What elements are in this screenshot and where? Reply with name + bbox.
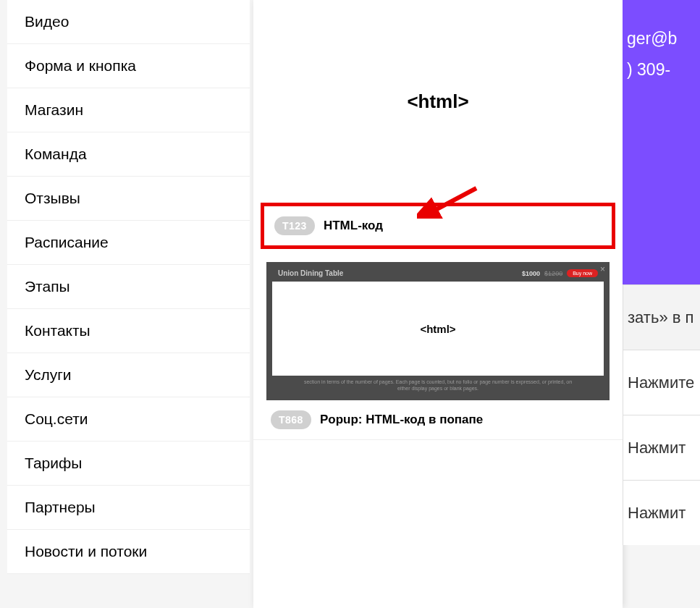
sidebar-item-news[interactable]: Новости и потоки — [7, 530, 250, 574]
page-cells-right: зать» в п Нажмите Нажмит Нажмит — [623, 284, 700, 545]
sidebar-item-partners[interactable]: Партнеры — [7, 486, 250, 530]
buy-button[interactable]: Buy now — [567, 269, 598, 277]
block-preview-popup[interactable]: × Union Dining Table $1000 $1200 Buy now… — [266, 262, 610, 400]
header-email-fragment: ger@b — [627, 29, 696, 48]
sidebar-item-form[interactable]: Форма и кнопка — [7, 44, 250, 88]
close-icon[interactable]: × — [600, 264, 605, 274]
sidebar-item-team[interactable]: Команда — [7, 132, 250, 177]
block-item-t868[interactable]: T868 Popup: HTML-код в попапе — [253, 400, 623, 440]
page-background-right: ger@b ) 309- — [623, 0, 700, 284]
block-badge: T123 — [274, 216, 315, 235]
block-title: Popup: HTML-код в попапе — [320, 413, 483, 427]
sidebar-item-pricing[interactable]: Тарифы — [7, 442, 250, 486]
sidebar: Видео Форма и кнопка Магазин Команда Отз… — [7, 0, 250, 574]
page-cell[interactable]: Нажмит — [623, 480, 700, 545]
page-cell[interactable]: Нажмите — [623, 350, 700, 415]
sidebar-item-video[interactable]: Видео — [7, 0, 250, 44]
popup-preview-title: Union Dining Table — [278, 269, 343, 277]
popup-footer-text: section in terms of the number of pages.… — [272, 376, 604, 392]
popup-preview-header: Union Dining Table $1000 $1200 Buy now — [272, 268, 604, 282]
block-preview-html[interactable]: <html> — [253, 0, 623, 203]
popup-inner: <html> — [272, 282, 604, 376]
block-badge: T868 — [271, 410, 311, 429]
header-phone-fragment: ) 309- — [627, 60, 696, 80]
sidebar-item-schedule[interactable]: Расписание — [7, 221, 250, 265]
page-cell[interactable]: Нажмит — [623, 415, 700, 480]
sidebar-item-contacts[interactable]: Контакты — [7, 309, 250, 353]
sidebar-item-reviews[interactable]: Отзывы — [7, 177, 250, 221]
html-tag-icon: <html> — [407, 90, 468, 113]
sidebar-item-steps[interactable]: Этапы — [7, 265, 250, 309]
content-panel: <html> T123 HTML-код × Union Dining Tabl… — [253, 0, 623, 608]
popup-preview-right: $1000 $1200 Buy now — [522, 269, 598, 277]
block-item-t123[interactable]: T123 HTML-код — [261, 203, 615, 249]
sidebar-item-services[interactable]: Услуги — [7, 353, 250, 397]
popup-price-old: $1200 — [544, 270, 562, 277]
html-tag-icon: <html> — [420, 323, 455, 335]
block-title: HTML-код — [324, 219, 383, 233]
sidebar-item-social[interactable]: Соц.сети — [7, 397, 250, 442]
sidebar-item-shop[interactable]: Магазин — [7, 88, 250, 132]
page-cell[interactable]: зать» в п — [623, 284, 700, 350]
popup-price: $1000 — [522, 270, 540, 277]
